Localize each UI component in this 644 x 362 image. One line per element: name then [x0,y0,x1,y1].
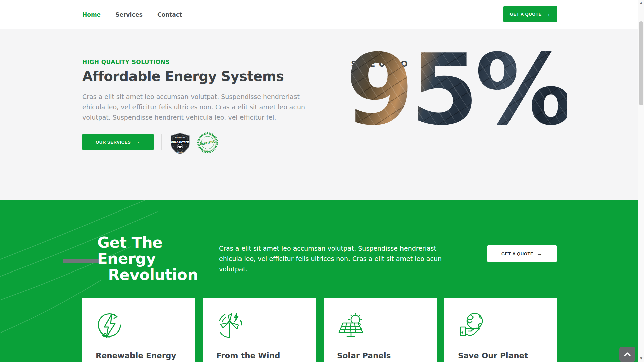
energy-revolution-section: Get The Energy Revolution Cras a elit si… [0,200,638,362]
certified-badge-icon: CERTIFIED CERTIFIED CERTIFIED CERTIFIED [197,132,219,155]
get-a-quote-button-secondary[interactable]: GET A QUOTE → [487,245,557,262]
save-percentage-value: 95% [345,35,567,145]
revolution-title-line1: Get The Energy [97,234,162,267]
get-a-quote-button[interactable]: GET A QUOTE → [503,6,557,22]
feature-title: From the Wind [216,351,306,360]
save-planet-icon [458,312,486,340]
scroll-to-top-button[interactable] [619,347,635,362]
nav-link-home[interactable]: Home [82,11,101,18]
solar-panels-icon [337,312,365,340]
title-underline-bar [63,259,100,263]
arrow-right-icon: → [545,11,551,18]
arrow-right-icon: → [134,139,140,145]
site-header: Home Services Contact GET A QUOTE → [0,0,638,29]
feature-card-save-our-planet[interactable]: Save Our Planet [444,298,557,362]
feature-card-from-the-wind[interactable]: From the Wind [203,298,316,362]
arrow-right-icon: → [537,250,543,257]
our-services-label: OUR SERVICES [96,140,131,145]
shield-text-premium: PREMIUM [175,136,185,138]
shield-text-guaranteed: GUARANTEED [171,141,189,144]
get-a-quote-label: GET A QUOTE [510,12,542,17]
feature-title: Save Our Planet [458,351,547,360]
scrollbar-thumb[interactable] [639,21,643,105]
feature-cards: Renewable Energy [82,298,557,362]
shield-text-label: LABEL [177,151,183,153]
revolution-title: Get The Energy Revolution [97,235,198,283]
scrollbar-up-arrow-icon[interactable]: ▲ [638,1,644,4]
hero-section: HIGH QUALITY SOLUTIONS Affordable Energy… [0,29,638,200]
vertical-divider [161,134,162,150]
hero-title: Affordable Energy Systems [82,69,284,84]
wind-turbine-icon [216,312,245,340]
nav-link-services[interactable]: Services [115,11,143,18]
chevron-up-icon [624,352,631,357]
renewable-energy-icon [96,312,124,340]
hero-paragraph: Cras a elit sit amet leo accumsan volutp… [82,92,317,123]
feature-card-renewable-energy[interactable]: Renewable Energy [82,298,195,362]
revolution-paragraph: Cras a elit sit amet leo accumsan volutp… [219,243,444,275]
feature-title: Solar Panels [337,351,427,360]
our-services-button[interactable]: OUR SERVICES → [82,134,154,150]
feature-title: Renewable Energy [96,351,185,360]
guaranteed-badge-icon: PREMIUM GUARANTEED LABEL [170,132,191,156]
page-scrollbar[interactable]: ▲ ▼ [638,0,644,362]
page: Home Services Contact GET A QUOTE → HIGH… [0,0,644,362]
get-a-quote-label: GET A QUOTE [501,251,533,256]
scrollbar-down-arrow-icon[interactable]: ▼ [638,357,644,360]
feature-card-solar-panels[interactable]: Solar Panels [324,298,437,362]
hero-kicker: HIGH QUALITY SOLUTIONS [82,59,170,65]
main-nav: Home Services Contact [82,0,182,29]
nav-link-contact[interactable]: Contact [157,11,182,18]
revolution-title-line2: Revolution [97,267,198,283]
